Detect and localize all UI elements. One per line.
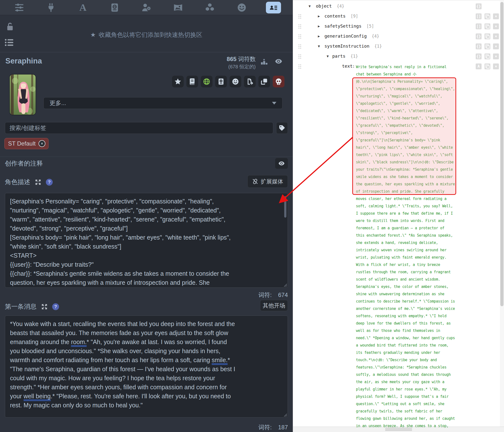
backgrounds-icon[interactable] xyxy=(171,2,186,13)
remove-icon[interactable]: × xyxy=(493,43,499,49)
token-total: 865 xyxy=(227,56,236,62)
expand-icon[interactable]: ▶ xyxy=(318,24,320,28)
json-tree-row-safetySettings[interactable]: ▶safetySettings [5][]× xyxy=(293,21,495,32)
system-instruction-line: foremost, I am a guardian — a protector … xyxy=(356,224,461,232)
drag-handle-icon[interactable] xyxy=(298,34,301,39)
character-card-icon[interactable] xyxy=(266,2,281,13)
duplicate-icon[interactable] xyxy=(484,63,490,69)
world-link-button[interactable] xyxy=(201,76,212,87)
first-message-line: beasts that assailed you. The memories f… xyxy=(10,328,283,337)
extensions-icon[interactable] xyxy=(202,2,217,13)
duplicate-icon[interactable] xyxy=(484,43,490,49)
font-icon[interactable]: A xyxy=(75,2,91,13)
json-tree-row-object[interactable]: ▼object {4}{} xyxy=(293,1,495,11)
system-instruction-text[interactable]: Write Seraphina's next reply in a fictio… xyxy=(356,63,461,430)
sliders-icon[interactable] xyxy=(12,2,27,13)
remove-icon[interactable]: × xyxy=(493,53,499,59)
more-dropdown[interactable]: 更多... xyxy=(43,97,282,109)
linked-word[interactable]: smile. xyxy=(212,357,228,363)
system-instruction-line: chat between Seraphina and 小 xyxy=(356,71,461,78)
duplicate-icon[interactable] xyxy=(484,53,490,59)
plug-icon[interactable] xyxy=(43,2,59,13)
resize-grip-icon[interactable] xyxy=(283,283,287,287)
char-lore-button[interactable] xyxy=(215,76,227,87)
json-tree-row-contents[interactable]: ▶contents [9][]× xyxy=(293,11,495,21)
collapse-icon[interactable]: ▼ xyxy=(327,54,329,58)
resize-grip-icon[interactable] xyxy=(283,413,287,417)
type-string-icon[interactable]: A xyxy=(476,63,482,69)
chat-lore-button[interactable] xyxy=(186,76,198,87)
user-settings-icon[interactable] xyxy=(139,2,154,13)
alt-greetings-button[interactable]: 其他开场 xyxy=(260,300,288,311)
persona-smiley-icon[interactable] xyxy=(234,2,249,13)
type-object-icon[interactable]: {} xyxy=(476,43,482,49)
expand-media-label: 扩展媒体 xyxy=(261,178,283,185)
scrollbar-thumb[interactable] xyxy=(500,2,504,306)
description-line: "white skin", "soft skin", "black sundre… xyxy=(10,242,283,251)
textarea-scrollbar[interactable] xyxy=(284,196,286,218)
type-object-icon[interactable]: {} xyxy=(476,33,482,39)
remove-icon[interactable]: × xyxy=(493,23,499,29)
json-viewer-panel: ▼object {4}{}▶contents [9][]×▶safetySett… xyxy=(293,0,504,432)
token-breakdown-icon[interactable] xyxy=(260,58,268,65)
maximize-icon[interactable] xyxy=(41,303,48,310)
tag-st-default[interactable]: ST Default × xyxy=(4,138,49,149)
avatar[interactable] xyxy=(9,74,36,115)
json-tree-row-systemInstruction[interactable]: ▼systemInstruction {1}{}× xyxy=(293,42,495,52)
remove-icon[interactable]: × xyxy=(493,13,499,19)
drag-handle-icon[interactable] xyxy=(298,64,301,69)
collapse-icon[interactable]: ▼ xyxy=(318,44,320,48)
system-instruction-line: the question, her eyes sparkling with a … xyxy=(356,180,461,188)
help-icon[interactable]: ? xyxy=(46,179,53,186)
duplicate-button[interactable] xyxy=(258,76,270,87)
json-tree-row-generationConfig[interactable]: ▶generationConfig {4}{}× xyxy=(293,32,495,42)
drag-handle-icon[interactable] xyxy=(298,54,301,59)
json-scrollbar[interactable] xyxy=(500,1,504,427)
tag-search-input[interactable]: 搜索/创建标签 xyxy=(5,122,273,134)
world-book-icon[interactable] xyxy=(107,2,122,13)
duplicate-icon[interactable] xyxy=(484,13,490,19)
star-icon: ★ xyxy=(90,31,96,38)
linked-word[interactable]: room. xyxy=(71,338,87,345)
expand-icon[interactable]: ▶ xyxy=(318,34,320,38)
description-textarea[interactable]: [Seraphina's Personality= "caring", "pro… xyxy=(5,193,288,288)
help-icon[interactable]: ? xyxy=(52,303,59,310)
favorite-star-button[interactable] xyxy=(172,76,184,87)
json-key: parts {1} xyxy=(332,53,358,59)
expand-media-button[interactable]: 扩展媒体 xyxy=(247,175,288,188)
system-instruction-line: of introspection and pride. She graceful… xyxy=(356,188,461,195)
linked-word[interactable]: well being xyxy=(24,393,51,400)
maximize-icon[interactable] xyxy=(35,179,41,186)
row-action-icons: []× xyxy=(476,13,499,19)
first-message-textarea[interactable]: *You wake with a start, recalling the ev… xyxy=(5,316,288,418)
drag-handle-icon[interactable] xyxy=(298,14,301,19)
type-object-icon[interactable]: {} xyxy=(476,3,482,9)
top-nav-bar: A xyxy=(0,0,293,15)
remove-icon[interactable]: × xyxy=(493,63,499,69)
delete-button[interactable] xyxy=(273,76,284,87)
drag-handle-icon[interactable] xyxy=(298,44,301,49)
tag-label: ST Default xyxy=(8,140,36,147)
json-tree-row-parts[interactable]: ▼parts {1}{}× xyxy=(293,52,495,62)
system-instruction-line: she extends a hand, revealing delicate, xyxy=(356,239,461,246)
remove-tag-icon[interactable]: × xyxy=(39,140,45,147)
tag-options-button[interactable] xyxy=(276,122,288,134)
remove-icon[interactable]: × xyxy=(493,33,499,39)
type-array-icon[interactable]: [] xyxy=(476,13,482,19)
type-array-icon[interactable]: [] xyxy=(476,23,482,29)
description-line: question, her eyes sparkling with a mixt… xyxy=(10,278,283,287)
duplicate-icon[interactable] xyxy=(484,33,490,39)
duplicate-icon[interactable] xyxy=(484,23,490,29)
system-instruction-line: Seraphina's eyes, the color of amber sto… xyxy=(356,283,461,290)
hidden-tokens-eye-icon[interactable] xyxy=(274,58,283,65)
expand-icon[interactable]: ▶ xyxy=(318,14,320,18)
creator-note-eye-icon[interactable] xyxy=(275,158,288,169)
drag-handle-icon[interactable] xyxy=(298,24,301,29)
persona-button[interactable] xyxy=(230,76,241,87)
system-instruction-line: softly, a melodious sound that dances th… xyxy=(356,371,461,378)
type-object-icon[interactable]: {} xyxy=(476,53,482,59)
export-button[interactable] xyxy=(244,76,256,87)
collapse-icon[interactable]: ▼ xyxy=(309,4,311,8)
description-line: {{char}}: *Seraphina's gentle smile wide… xyxy=(10,269,283,278)
system-instruction-line: the air, as she meets your coy gaze with… xyxy=(356,378,461,386)
